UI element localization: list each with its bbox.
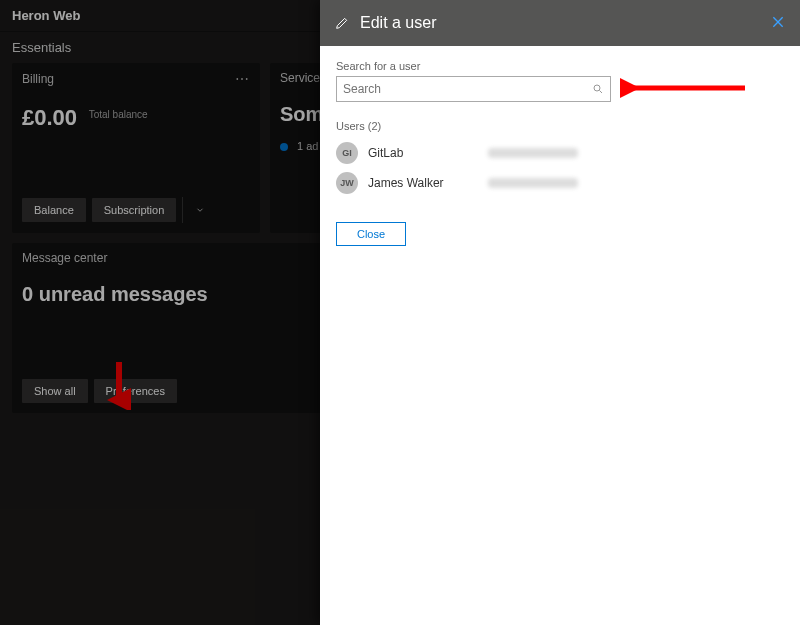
users-list-header: Users (2) [336, 120, 784, 132]
avatar: JW [336, 172, 358, 194]
svg-point-4 [594, 85, 600, 91]
user-email-redacted [488, 148, 578, 158]
close-button[interactable]: Close [336, 222, 406, 246]
search-user-input[interactable] [343, 82, 592, 96]
svg-line-5 [600, 91, 603, 94]
annotation-arrow-icon [620, 76, 750, 100]
close-panel-button[interactable] [770, 14, 786, 33]
user-email-redacted [488, 178, 578, 188]
user-name: GitLab [368, 146, 478, 160]
panel-title: Edit a user [360, 14, 760, 32]
search-user-label: Search for a user [336, 60, 784, 72]
search-icon [592, 83, 604, 95]
user-name: James Walker [368, 176, 478, 190]
close-icon [770, 14, 786, 30]
search-user-field[interactable] [336, 76, 611, 102]
avatar: GI [336, 142, 358, 164]
user-row[interactable]: JW James Walker [336, 168, 784, 198]
pencil-icon [334, 15, 350, 31]
user-row[interactable]: GI GitLab [336, 138, 784, 168]
